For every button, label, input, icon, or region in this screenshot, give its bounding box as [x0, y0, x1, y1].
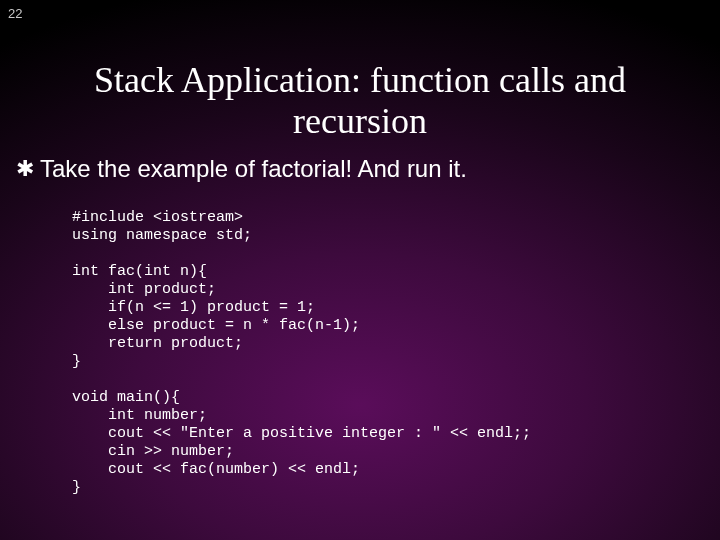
title-line-1: Stack Application: function calls and	[94, 60, 626, 100]
bullet-item: ✱ Take the example of factorial! And run…	[16, 155, 720, 183]
page-number: 22	[8, 6, 22, 21]
slide-title: Stack Application: function calls and re…	[0, 60, 720, 143]
asterisk-icon: ✱	[16, 155, 34, 183]
bullet-text: Take the example of factorial! And run i…	[40, 155, 467, 183]
code-block: #include <iostream> using namespace std;…	[72, 209, 720, 497]
title-line-2: recursion	[293, 101, 427, 141]
